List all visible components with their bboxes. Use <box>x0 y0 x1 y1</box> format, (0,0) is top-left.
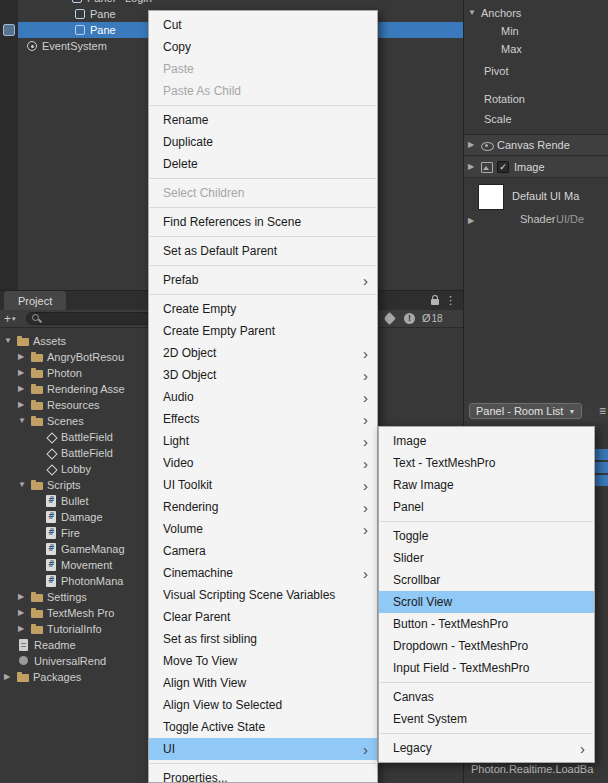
canvas-renderer-header[interactable]: ▶ Canvas Rende <box>464 135 608 156</box>
foldout-icon[interactable]: ▶ <box>468 159 481 175</box>
menu-item-copy[interactable]: Copy <box>149 36 377 58</box>
foldout-icon[interactable]: ▶ <box>468 213 481 229</box>
hidden-count-badge[interactable]: Ø18 <box>422 312 443 324</box>
menu-item-rendering[interactable]: Rendering› <box>149 496 377 518</box>
foldout-icon[interactable]: ▼ <box>468 5 481 21</box>
image-component-header[interactable]: ▶ ✓ Image <box>464 157 608 178</box>
foldout-icon[interactable]: ▼ <box>4 333 17 349</box>
foldout-icon[interactable]: ▶ <box>18 381 31 397</box>
project-item-label: AngryBotResou <box>47 351 124 363</box>
foldout-icon[interactable]: ▶ <box>18 605 31 621</box>
submenu-item-panel[interactable]: Panel <box>379 496 594 518</box>
project-item-label: TextMesh Pro <box>47 607 114 619</box>
foldout-icon[interactable]: ▶ <box>18 621 31 637</box>
menu-item-effects[interactable]: Effects› <box>149 408 377 430</box>
menu-item-cinemachine[interactable]: Cinemachine› <box>149 562 377 584</box>
room-list-dropdown[interactable]: Panel - Room List ▼ <box>469 403 582 419</box>
menu-separator <box>150 178 376 179</box>
submenu-item-scrollbar[interactable]: Scrollbar <box>379 569 594 591</box>
menu-item-set-as-first-sibling[interactable]: Set as first sibling <box>149 628 377 650</box>
eye-off-icon: Ø <box>422 312 431 324</box>
type-filter-icon[interactable]: ! <box>404 313 415 324</box>
foldout-icon[interactable]: ▶ <box>18 397 31 413</box>
burger-menu-icon[interactable]: ≡ <box>599 404 606 418</box>
menu-item-properties[interactable]: Properties... <box>149 767 377 783</box>
image-enabled-checkbox[interactable]: ✓ <box>497 161 509 173</box>
unity-editor-window: ▼Panel - LoginPanePaneEventSystem Projec… <box>0 0 608 783</box>
menu-item-label: Slider <box>393 551 585 565</box>
menu-item-label: Visual Scripting Scene Variables <box>163 588 368 602</box>
menu-item-3d-object[interactable]: 3D Object› <box>149 364 377 386</box>
submenu-item-text-textmeshpro[interactable]: Text - TextMeshPro <box>379 452 594 474</box>
submenu-item-button-textmeshpro[interactable]: Button - TextMeshPro <box>379 613 594 635</box>
menu-item-find-references-in-scene[interactable]: Find References in Scene <box>149 211 377 233</box>
menu-item-rename[interactable]: Rename <box>149 109 377 131</box>
menu-item-video[interactable]: Video› <box>149 452 377 474</box>
menu-item-volume[interactable]: Volume› <box>149 518 377 540</box>
menu-item-label: Raw Image <box>393 478 585 492</box>
menu-item-align-view-to-selected[interactable]: Align View to Selected <box>149 694 377 716</box>
submenu-item-dropdown-textmeshpro[interactable]: Dropdown - TextMeshPro <box>379 635 594 657</box>
submenu-item-toggle[interactable]: Toggle <box>379 525 594 547</box>
create-asset-button[interactable]: +▾ <box>4 312 16 326</box>
foldout-icon[interactable]: ▶ <box>18 589 31 605</box>
menu-item-move-to-view[interactable]: Move To View <box>149 650 377 672</box>
menu-item-label: Audio <box>163 390 363 404</box>
menu-item-label: Find References in Scene <box>163 215 368 229</box>
menu-item-duplicate[interactable]: Duplicate <box>149 131 377 153</box>
max-label: Max <box>501 43 522 55</box>
menu-item-set-as-default-parent[interactable]: Set as Default Parent <box>149 240 377 262</box>
menu-item-label: Cut <box>163 18 368 32</box>
menu-item-clear-parent[interactable]: Clear Parent <box>149 606 377 628</box>
foldout-icon[interactable]: ▶ <box>18 365 31 381</box>
menu-item-camera[interactable]: Camera <box>149 540 377 562</box>
foldout-icon[interactable]: ▼ <box>18 477 31 493</box>
hierarchy-item-label: Pane <box>90 8 116 20</box>
image-icon <box>481 161 493 173</box>
menu-item-light[interactable]: Light› <box>149 430 377 452</box>
menu-item-align-with-view[interactable]: Align With View <box>149 672 377 694</box>
pivot-label: Pivot <box>484 65 508 77</box>
submenu-item-slider[interactable]: Slider <box>379 547 594 569</box>
foldout-icon[interactable]: ▶ <box>4 669 17 685</box>
project-tab-label: Project <box>18 295 52 307</box>
menu-item-toggle-active-state[interactable]: Toggle Active State <box>149 716 377 738</box>
lock-icon[interactable] <box>431 299 439 305</box>
submenu-arrow-icon: › <box>363 500 368 515</box>
shader-dropdown[interactable]: UI/De <box>556 213 584 225</box>
submenu-item-input-field-textmeshpro[interactable]: Input Field - TextMeshPro <box>379 657 594 679</box>
foldout-icon[interactable]: ▶ <box>468 137 481 153</box>
window-icon[interactable] <box>3 24 15 36</box>
menu-item-visual-scripting-scene-variables[interactable]: Visual Scripting Scene Variables <box>149 584 377 606</box>
menu-item-ui-toolkit[interactable]: UI Toolkit› <box>149 474 377 496</box>
folder-icon <box>31 591 43 603</box>
submenu-item-scroll-view[interactable]: Scroll View <box>379 591 594 613</box>
submenu-item-canvas[interactable]: Canvas <box>379 686 594 708</box>
anchors-max-row: Max <box>464 41 608 57</box>
menu-item-delete[interactable]: Delete <box>149 153 377 175</box>
kebab-menu-icon[interactable]: ⋮ <box>445 294 456 307</box>
menu-item-cut[interactable]: Cut <box>149 14 377 36</box>
ui-submenu: ImageText - TextMeshProRaw ImagePanelTog… <box>378 426 595 763</box>
menu-item-audio[interactable]: Audio› <box>149 386 377 408</box>
menu-item-2d-object[interactable]: 2D Object› <box>149 342 377 364</box>
menu-item-label: Create Empty Parent <box>163 324 368 338</box>
menu-item-label: Move To View <box>163 654 368 668</box>
material-swatch[interactable] <box>478 184 504 210</box>
foldout-icon[interactable]: ▼ <box>18 413 31 429</box>
submenu-item-event-system[interactable]: Event System <box>379 708 594 730</box>
menu-item-label: Light <box>163 434 363 448</box>
menu-item-ui[interactable]: UI› <box>149 738 377 760</box>
submenu-item-image[interactable]: Image <box>379 430 594 452</box>
menu-item-label: Prefab <box>163 273 363 287</box>
tab-project[interactable]: Project <box>4 291 66 310</box>
menu-item-create-empty-parent[interactable]: Create Empty Parent <box>149 320 377 342</box>
label-filter-icon[interactable] <box>383 312 396 325</box>
menu-item-prefab[interactable]: Prefab› <box>149 269 377 291</box>
submenu-item-legacy[interactable]: Legacy› <box>379 737 594 759</box>
submenu-item-raw-image[interactable]: Raw Image <box>379 474 594 496</box>
hierarchy-item-label: Pane <box>90 24 116 36</box>
foldout-icon[interactable]: ▶ <box>18 349 31 365</box>
menu-item-create-empty[interactable]: Create Empty <box>149 298 377 320</box>
hierarchy-item-label: Panel - Login <box>87 0 152 4</box>
